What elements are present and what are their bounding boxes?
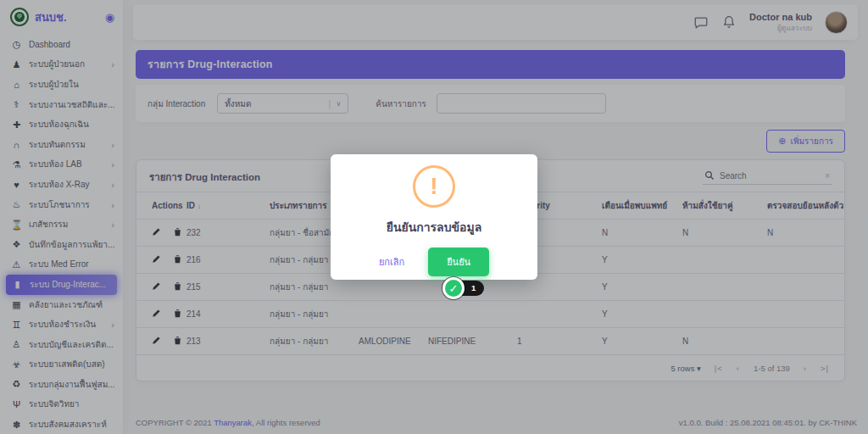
click-check-icon: ✓	[442, 277, 465, 299]
modal-title: ยืนยันการลบข้อมูล	[387, 218, 482, 236]
confirm-delete-modal: ! ยืนยันการลบข้อมูล ยกเลิก ยืนยัน	[331, 154, 537, 280]
modal-actions: ยกเลิก ยืนยัน	[379, 248, 489, 276]
warning-exclamation-icon: !	[413, 165, 455, 208]
click-indicator: 1 ✓	[442, 277, 493, 300]
cancel-button[interactable]: ยกเลิก	[379, 254, 404, 270]
confirm-button[interactable]: ยืนยัน	[428, 248, 489, 276]
